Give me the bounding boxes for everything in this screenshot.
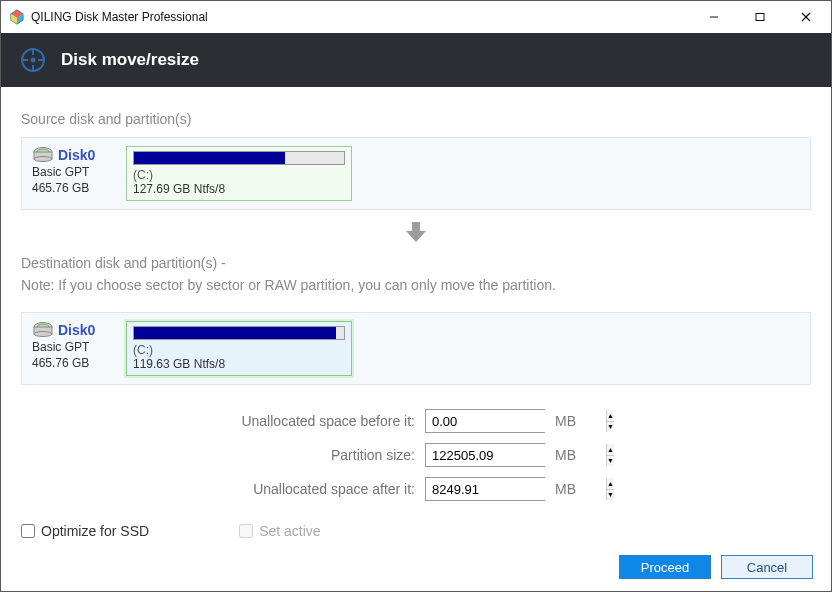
spinner-unalloc-before[interactable]: ▲ ▼	[425, 409, 545, 433]
unit-unalloc-after: MB	[555, 481, 576, 497]
arrow-down-icon	[403, 220, 429, 244]
hard-drive-icon	[32, 146, 54, 164]
source-partition-desc: 127.69 GB Ntfs/8	[133, 182, 345, 196]
arrow-separator	[21, 220, 811, 247]
destination-note: Note: If you choose sector by sector or …	[21, 275, 811, 296]
source-label: Source disk and partition(s)	[21, 111, 811, 127]
source-partition-fill	[134, 152, 285, 164]
source-partition[interactable]: (C:) 127.69 GB Ntfs/8	[126, 146, 352, 201]
app-icon	[9, 9, 25, 25]
checkbox-optimize-ssd-label: Optimize for SSD	[41, 523, 149, 539]
source-disk-info: Disk0 Basic GPT 465.76 GB	[32, 146, 118, 196]
destination-partition-bar	[133, 326, 345, 340]
page-title: Disk move/resize	[61, 50, 199, 70]
destination-disk-info: Disk0 Basic GPT 465.76 GB	[32, 321, 118, 371]
source-disk-size: 465.76 GB	[32, 180, 118, 196]
spinner-partition-size[interactable]: ▲ ▼	[425, 443, 545, 467]
svg-point-13	[34, 157, 52, 162]
spin-up-icon[interactable]: ▲	[607, 478, 614, 489]
title-bar: QILING Disk Master Professional	[1, 1, 831, 33]
cancel-button[interactable]: Cancel	[721, 555, 813, 579]
spin-down-icon[interactable]: ▼	[607, 455, 614, 467]
checkbox-optimize-ssd[interactable]: Optimize for SSD	[21, 523, 149, 539]
page-header: Disk move/resize	[1, 33, 831, 87]
destination-disk-header: Disk0	[32, 321, 118, 339]
checkbox-set-active-input	[239, 524, 253, 538]
row-partition-size: Partition size: ▲ ▼ MB	[21, 443, 811, 467]
hard-drive-icon	[32, 321, 54, 339]
spinner-unalloc-after[interactable]: ▲ ▼	[425, 477, 545, 501]
source-disk-name: Disk0	[58, 147, 95, 163]
svg-point-17	[34, 332, 52, 337]
input-partition-size[interactable]	[426, 444, 606, 466]
row-unalloc-after: Unallocated space after it: ▲ ▼ MB	[21, 477, 811, 501]
window-title: QILING Disk Master Professional	[31, 10, 691, 24]
content-area: Source disk and partition(s) Disk0 Basic…	[1, 87, 831, 549]
destination-disk-panel: Disk0 Basic GPT 465.76 GB (C:) 119.63 GB…	[21, 312, 811, 385]
input-unalloc-after[interactable]	[426, 478, 606, 500]
destination-label: Destination disk and partition(s) -	[21, 255, 811, 271]
options-row: Optimize for SSD Set active	[21, 523, 811, 539]
svg-point-5	[31, 58, 36, 63]
checkbox-optimize-ssd-input[interactable]	[21, 524, 35, 538]
unit-partition-size: MB	[555, 447, 576, 463]
row-unalloc-before: Unallocated space before it: ▲ ▼ MB	[21, 409, 811, 433]
close-button[interactable]	[783, 1, 829, 33]
footer-buttons: Proceed Cancel	[619, 555, 813, 579]
checkbox-set-active-label: Set active	[259, 523, 320, 539]
source-disk-panel: Disk0 Basic GPT 465.76 GB (C:) 127.69 GB…	[21, 137, 811, 210]
disk-header-icon	[19, 46, 47, 74]
destination-disk-name: Disk0	[58, 322, 95, 338]
destination-partition-fill	[134, 327, 336, 339]
svg-rect-1	[756, 14, 764, 21]
checkbox-set-active: Set active	[239, 523, 320, 539]
source-disk-type: Basic GPT	[32, 164, 118, 180]
input-unalloc-before[interactable]	[426, 410, 606, 432]
maximize-button[interactable]	[737, 1, 783, 33]
label-unalloc-after: Unallocated space after it:	[21, 481, 415, 497]
proceed-button[interactable]: Proceed	[619, 555, 711, 579]
size-form: Unallocated space before it: ▲ ▼ MB Part…	[21, 409, 811, 501]
label-unalloc-before: Unallocated space before it:	[21, 413, 415, 429]
minimize-button[interactable]	[691, 1, 737, 33]
destination-partition[interactable]: (C:) 119.63 GB Ntfs/8	[126, 321, 352, 376]
destination-partition-letter: (C:)	[133, 343, 345, 357]
source-disk-header: Disk0	[32, 146, 118, 164]
unit-unalloc-before: MB	[555, 413, 576, 429]
destination-disk-size: 465.76 GB	[32, 355, 118, 371]
spin-down-icon[interactable]: ▼	[607, 489, 614, 501]
spin-down-icon[interactable]: ▼	[607, 421, 614, 433]
label-partition-size: Partition size:	[21, 447, 415, 463]
destination-disk-type: Basic GPT	[32, 339, 118, 355]
destination-partition-desc: 119.63 GB Ntfs/8	[133, 357, 345, 371]
window-controls	[691, 1, 829, 33]
spin-up-icon[interactable]: ▲	[607, 410, 614, 421]
source-partition-letter: (C:)	[133, 168, 345, 182]
spin-up-icon[interactable]: ▲	[607, 444, 614, 455]
source-partition-bar	[133, 151, 345, 165]
